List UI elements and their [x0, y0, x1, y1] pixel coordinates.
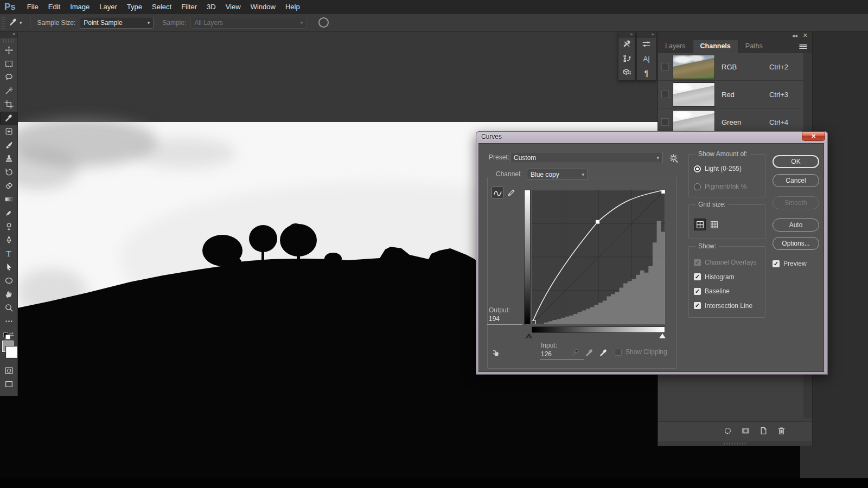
ok-button[interactable]: OK [773, 155, 819, 168]
input-value[interactable]: 126 [541, 350, 552, 358]
tools-panel: » T [0, 31, 18, 396]
move-tool[interactable] [0, 44, 17, 57]
expand-panel-icon[interactable]: » [618, 31, 635, 38]
options-button[interactable]: Options... [773, 237, 819, 250]
black-point-eyedropper-icon[interactable] [569, 346, 581, 358]
smooth-button[interactable]: Smooth [773, 196, 819, 209]
panel-menu-icon[interactable] [799, 42, 808, 53]
panel-grip[interactable] [3, 39, 14, 43]
channel-row-red[interactable]: RedCtrl+3 [658, 81, 803, 108]
channel-overlays-checkbox[interactable]: ✓ [694, 259, 701, 266]
histogram-checkbox[interactable]: ✓ [694, 273, 701, 280]
curve-grid[interactable] [532, 190, 665, 326]
history-brush-tool[interactable] [0, 166, 17, 179]
show-clipping-checkbox[interactable]: ✓ [615, 349, 622, 356]
expand-panel-icon[interactable]: » [637, 31, 656, 38]
channel-row-rgb[interactable]: RGBCtrl+2 [658, 53, 803, 81]
brush-tool[interactable] [0, 139, 17, 152]
crop-tool[interactable] [0, 98, 17, 112]
edit-points-curve-icon[interactable] [492, 187, 503, 198]
menu-edit[interactable]: Edit [43, 0, 65, 14]
background-color-swatch[interactable] [6, 346, 17, 358]
quick-mask-button[interactable] [0, 364, 17, 378]
visibility-toggle[interactable] [661, 91, 669, 98]
healing-brush-tool[interactable] [0, 125, 17, 139]
menu-file[interactable]: File [22, 0, 43, 14]
cube-panel-button[interactable] [618, 66, 635, 80]
type-tool[interactable]: T [0, 247, 17, 261]
ellipse-shape-tool[interactable] [0, 274, 17, 288]
channel-thumbnail[interactable] [673, 55, 715, 79]
menu-3d[interactable]: 3D [202, 0, 221, 14]
path-selection-tool[interactable] [0, 261, 17, 274]
menu-type[interactable]: Type [122, 0, 147, 14]
preset-dropdown[interactable]: Custom ▾ [510, 152, 663, 163]
pigment-radio[interactable] [694, 183, 701, 190]
gray-point-eyedropper-icon[interactable] [583, 346, 595, 358]
menu-select[interactable]: Select [147, 0, 176, 14]
more-tools-tool[interactable] [0, 315, 17, 329]
char-panel-panel-button[interactable]: A| [637, 52, 656, 66]
paragraph-panel-button[interactable]: ¶ [637, 66, 656, 80]
menu-filter[interactable]: Filter [176, 0, 202, 14]
preview-checkbox[interactable]: ✓ [773, 260, 780, 267]
zoom-tool[interactable] [0, 301, 17, 315]
tab-layers[interactable]: Layers [658, 40, 693, 53]
baseline-checkbox[interactable]: ✓ [694, 288, 701, 295]
wrench-panel-button[interactable] [618, 38, 635, 52]
white-point-slider[interactable] [659, 333, 666, 338]
detailed-grid-icon[interactable] [708, 219, 720, 230]
targeted-adjustment-icon[interactable] [490, 346, 502, 358]
eyedropper-tool[interactable] [0, 112, 17, 125]
tab-paths[interactable]: Paths [738, 40, 770, 53]
lasso-tool[interactable] [0, 71, 17, 85]
collapse-icons-icon[interactable]: ◂◂ [792, 33, 797, 38]
pen-tool[interactable] [0, 234, 17, 247]
panel-resize-grip[interactable] [658, 441, 812, 446]
light-radio[interactable] [694, 165, 701, 172]
menu-view[interactable]: View [221, 0, 246, 14]
preset-options-gear-icon[interactable] [667, 152, 679, 164]
cancel-button[interactable]: Cancel [773, 174, 819, 187]
visibility-toggle[interactable] [661, 118, 669, 126]
chevron-down-icon: ▾ [582, 172, 584, 177]
clone-source-panel-button[interactable] [618, 52, 635, 66]
menu-help[interactable]: Help [280, 0, 305, 14]
sampling-ring-icon[interactable] [318, 17, 329, 28]
sample-dropdown[interactable]: All Layers ▾ [190, 17, 307, 29]
auto-button[interactable]: Auto [773, 219, 819, 232]
sample-size-dropdown[interactable]: Point Sample ▾ [80, 17, 154, 29]
clone-stamp-tool[interactable] [0, 152, 17, 166]
black-point-slider[interactable] [526, 333, 532, 338]
smudge-tool[interactable] [0, 207, 17, 220]
mask-circle-icon[interactable] [741, 426, 750, 437]
simple-grid-icon[interactable] [694, 219, 706, 230]
hand-tool[interactable] [0, 288, 17, 301]
dodge-tool[interactable] [0, 220, 17, 234]
output-value[interactable]: 194 [489, 315, 500, 323]
tab-channels[interactable]: Channels [693, 39, 738, 53]
collapse-panel-icon[interactable]: » [0, 31, 17, 38]
current-tool-button[interactable]: ▾ [5, 17, 25, 28]
menu-image[interactable]: Image [65, 0, 94, 14]
dashed-circle-icon[interactable] [723, 426, 732, 437]
sliders-panel-button[interactable] [637, 38, 656, 52]
channel-thumbnail[interactable] [673, 110, 715, 134]
screen-mode-button[interactable] [0, 378, 17, 391]
channel-thumbnail[interactable] [673, 82, 715, 107]
new-page-icon[interactable] [759, 426, 768, 437]
visibility-toggle[interactable] [661, 63, 669, 70]
rect-marquee-tool[interactable] [0, 57, 17, 71]
intersection-line-checkbox[interactable]: ✓ [694, 302, 701, 309]
eraser-tool[interactable] [0, 179, 17, 193]
menu-layer[interactable]: Layer [94, 0, 122, 14]
white-point-eyedropper-icon[interactable] [597, 346, 609, 358]
draw-curve-pencil-icon[interactable] [505, 187, 517, 198]
close-panel-icon[interactable]: ✕ [803, 32, 808, 39]
dialog-close-button[interactable]: ✕ [802, 131, 825, 141]
swap-colors-icon[interactable] [9, 331, 15, 339]
quick-selection-tool[interactable] [0, 85, 17, 98]
menu-window[interactable]: Window [246, 0, 280, 14]
trash-icon[interactable] [777, 426, 786, 437]
gradient-tool[interactable] [0, 193, 17, 207]
